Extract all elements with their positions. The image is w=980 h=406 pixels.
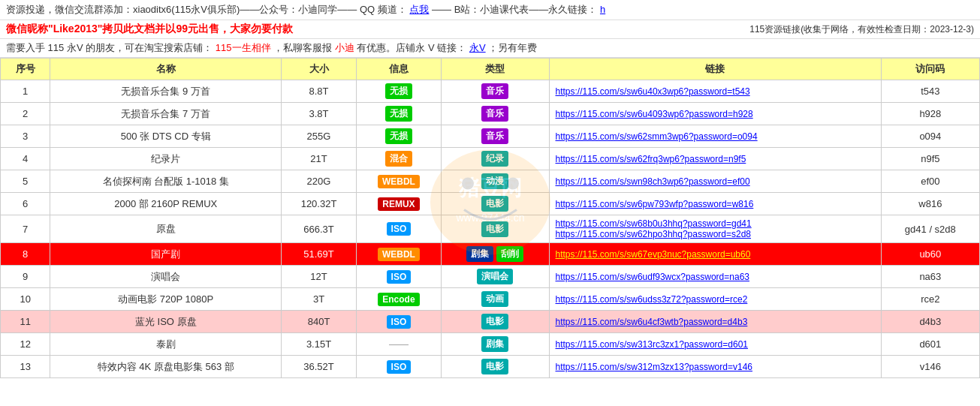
warning-bar: 微信昵称"Like2013"拷贝此文档并以99元出售，大家勿要付款 115资源链… [0, 20, 980, 39]
table-row: 7原盘666.3TISO电影https://115.com/s/sw68b0u3… [1, 215, 980, 243]
cell-access-code: ub60 [881, 243, 979, 266]
cell-access-code: w816 [881, 193, 979, 215]
table-row: 2无损音乐合集 7 万首3.8T无损音乐https://115.com/s/sw… [1, 103, 980, 125]
resource-link[interactable]: https://115.com/s/sw6u40x3wp6?password=t… [556, 86, 750, 97]
resource-link[interactable]: https://115.com/s/sw6u4093wp6?password=h… [556, 109, 753, 119]
resource-link[interactable]: https://115.com/s/sw6u4cf3wtb?password=d… [556, 317, 748, 327]
table-row: 10动画电影 720P 1080P3TEncode动画https://115.c… [1, 288, 980, 311]
cell-info: 无损 [357, 80, 442, 103]
resource-link[interactable]: https://115.com/s/sw62smm3wp6?password=o… [556, 131, 758, 142]
cell-info: ISO [357, 311, 442, 333]
cell-size: 3.8T [282, 103, 357, 125]
resource-link[interactable]: https://115.com/s/sw6udss3z72?password=r… [556, 294, 748, 305]
cell-size: 3.15T [282, 333, 357, 356]
cell-name: 500 张 DTS CD 专辑 [50, 125, 282, 148]
cell-id: 10 [1, 288, 50, 311]
col-header-name: 名称 [50, 59, 282, 80]
cell-type: 剧集刮削 [441, 243, 549, 266]
info-badge: ISO [387, 270, 412, 284]
cell-access-code: n9f5 [881, 148, 979, 170]
col-header-size: 大小 [282, 59, 357, 80]
cell-info: ISO [357, 356, 442, 378]
cell-id: 12 [1, 333, 50, 356]
cell-link: https://115.com/s/sw6u4cf3wtb?password=d… [549, 311, 881, 333]
resource-table: 序号 名称 大小 信息 类型 链接 访问码 1无损音乐合集 9 万首8.8T无损… [0, 58, 980, 378]
cell-id: 11 [1, 311, 50, 333]
cell-info: 混合 [357, 148, 442, 170]
cell-name: 泰剧 [50, 333, 282, 356]
resource-link[interactable]: https://115.com/s/swn98ch3wp6?password=e… [556, 176, 750, 187]
table-row: 13特效内容 4K 原盘电影集 563 部36.52TISO电影https://… [1, 356, 980, 378]
col-header-code: 访问码 [881, 59, 979, 80]
cell-size: 220G [282, 170, 357, 193]
shop-name: 115一生相伴 [216, 42, 271, 53]
type-badge: 电影 [481, 196, 508, 212]
info-text2: ，私聊客服报 [273, 42, 332, 53]
cell-id: 9 [1, 266, 50, 288]
type-badge: 电影 [481, 359, 508, 374]
right-info: 115资源链接(收集于网络，有效性检查日期：2023-12-3) [749, 23, 974, 36]
cell-size: 8.8T [282, 80, 357, 103]
cell-id: 13 [1, 356, 50, 378]
cell-type: 音乐 [441, 103, 549, 125]
type-badge: 音乐 [481, 128, 508, 144]
resource-link[interactable]: https://115.com/s/sw313rc3zx1?password=d… [556, 339, 748, 350]
cell-info: ISO [357, 266, 442, 288]
col-header-id: 序号 [1, 59, 50, 80]
resource-link[interactable]: https://115.com/s/sw67evp3nuc?password=u… [556, 249, 751, 260]
col-header-type: 类型 [441, 59, 549, 80]
cell-access-code: d4b3 [881, 311, 979, 333]
cell-type: 纪录 [441, 148, 549, 170]
cell-size: 666.3T [282, 215, 357, 243]
cell-link: https://115.com/s/sw6pw793wfp?password=w… [549, 193, 881, 215]
table-row: 12泰剧3.15T——剧集https://115.com/s/sw313rc3z… [1, 333, 980, 356]
resource-link[interactable]: https://115.com/s/sw62frq3wp6?password=n… [556, 154, 746, 164]
top-bar: 资源投递，微信交流群添加：xiaoditx6(115永V俱乐部)——公众号：小迪… [0, 0, 980, 20]
cell-name: 无损音乐合集 7 万首 [50, 103, 282, 125]
cell-size: 255G [282, 125, 357, 148]
cell-name: 名侦探柯南 台配版 1-1018 集 [50, 170, 282, 193]
cell-info: Encode [357, 288, 442, 311]
info-badge: WEBDL [378, 175, 420, 188]
cell-access-code: o094 [881, 125, 979, 148]
cell-type: 电影 [441, 215, 549, 243]
resource-link[interactable]: https://115.com/s/sw312m3zx13?password=v… [556, 362, 752, 372]
info-bar: 需要入手 115 永V 的朋友，可在淘宝搜索店铺： 115一生相伴 ，私聊客服报… [0, 39, 980, 58]
cell-type: 剧集 [441, 333, 549, 356]
resource-link[interactable]: https://115.com/s/sw6udf93wcx?password=n… [556, 272, 749, 282]
resource-link[interactable]: https://115.com/s/sw68b0u3hhq?password=g… [556, 218, 752, 229]
table-header-row: 序号 名称 大小 信息 类型 链接 访问码 [1, 59, 980, 80]
cell-type: 动漫 [441, 170, 549, 193]
cell-link: https://115.com/s/sw6u40x3wp6?password=t… [549, 80, 881, 103]
top-bar-text: 资源投递，微信交流群添加：xiaoditx6(115永V俱乐部)——公众号：小迪… [6, 4, 407, 15]
cell-type: 演唱会 [441, 266, 549, 288]
cell-size: 36.52T [282, 356, 357, 378]
cell-id: 5 [1, 170, 50, 193]
type-badge: 电影 [481, 221, 508, 237]
type-badge: 动画 [481, 291, 508, 307]
info-text4: ；另有年费 [488, 42, 537, 53]
cell-access-code: t543 [881, 80, 979, 103]
cell-name: 演唱会 [50, 266, 282, 288]
cell-access-code: gd41 / s2d8 [881, 215, 979, 243]
cell-size: 51.69T [282, 243, 357, 266]
resource-link[interactable]: https://115.com/s/sw6pw793wfp?password=w… [556, 199, 754, 209]
contact-name: 小迪 [335, 42, 354, 53]
yongv-link[interactable]: 永V [469, 42, 486, 53]
table-row: 1无损音乐合集 9 万首8.8T无损音乐https://115.com/s/sw… [1, 80, 980, 103]
cell-link: https://115.com/s/sw6u4093wp6?password=h… [549, 103, 881, 125]
resource-link[interactable]: https://115.com/s/sw62hpo3hhq?password=s… [556, 229, 752, 239]
info-badge: 无损 [385, 128, 412, 144]
type-badge: 纪录 [481, 151, 508, 167]
permanent-link[interactable]: h [600, 4, 605, 15]
table-row: 5名侦探柯南 台配版 1-1018 集220GWEBDL动漫https://11… [1, 170, 980, 193]
cell-type: 音乐 [441, 125, 549, 148]
cell-access-code: ef00 [881, 170, 979, 193]
cell-type: 电影 [441, 356, 549, 378]
type-badge: 演唱会 [477, 269, 513, 284]
cell-type: 电影 [441, 311, 549, 333]
qq-link[interactable]: 点我 [409, 4, 429, 15]
info-badge: 无损 [385, 106, 412, 122]
warning-text: 微信昵称"Like2013"拷贝此文档并以99元出售，大家勿要付款 [6, 23, 293, 36]
cell-name: 无损音乐合集 9 万首 [50, 80, 282, 103]
